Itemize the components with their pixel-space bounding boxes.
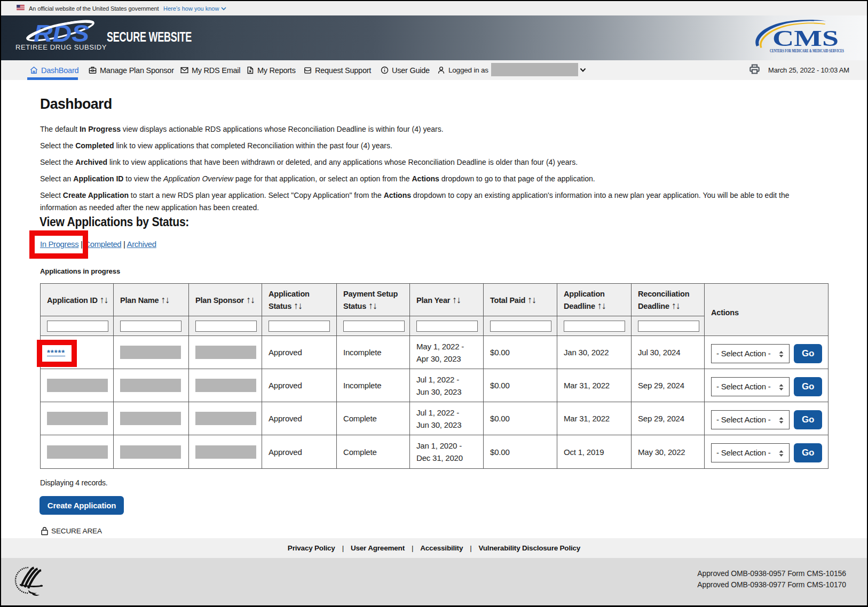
svg-text:CENTERS FOR MEDICARE & MEDICAI: CENTERS FOR MEDICARE & MEDICAID SERVICES [770, 49, 844, 53]
svg-text:RETIREE DRUG SUBSIDY: RETIREE DRUG SUBSIDY [15, 43, 107, 51]
svg-text:CMS: CMS [772, 26, 839, 51]
